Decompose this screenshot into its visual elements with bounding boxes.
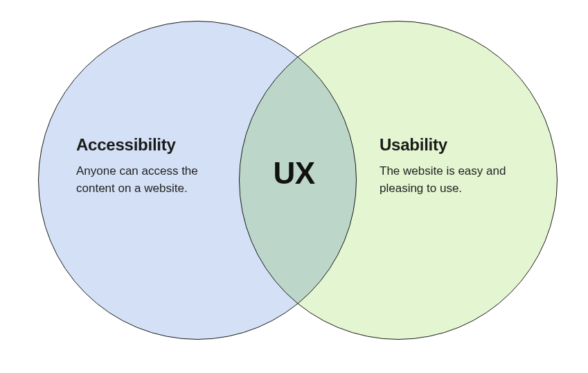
accessibility-title: Accessibility [76,135,222,155]
usability-title: Usability [380,135,525,155]
usability-description: The website is easy and pleasing to use. [380,163,525,197]
venn-label-right: Usability The website is easy and pleasi… [380,135,525,197]
venn-diagram: Accessibility Anyone can access the cont… [0,0,588,373]
